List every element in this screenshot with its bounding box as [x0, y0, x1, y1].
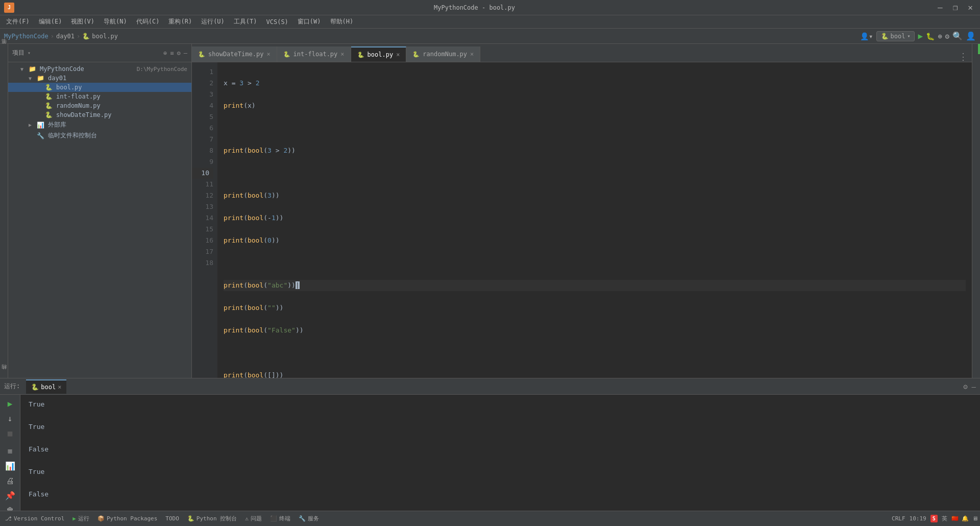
run-scroll-btn[interactable]: ≡	[6, 444, 15, 458]
run-tab-label: bool	[41, 384, 56, 391]
status-bar: ⎇ Version Control ▶ 运行 📦 Python Packages…	[0, 511, 980, 526]
file-tree: ▼ 📁 MyPythonCode D:\MyPythonCode ▼ 📁 day…	[8, 62, 191, 378]
coverage-button[interactable]: ⊕	[938, 32, 942, 40]
tree-item-random-num-py[interactable]: 🐍 randomNum.py	[8, 101, 191, 110]
tree-item-day01[interactable]: ▼ 📁 day01	[8, 74, 191, 83]
line-numbers: 12345 6789 10 1112131415 161718	[192, 62, 217, 378]
output-line-2: True	[29, 421, 972, 433]
sidebar-close-icon[interactable]: —	[184, 50, 187, 57]
run-tab-icon: 🐍	[31, 384, 39, 391]
py-icon-int-float: 🐍	[45, 93, 54, 100]
user-avatar[interactable]: 👤	[966, 31, 976, 41]
menu-vcs[interactable]: VCS(S)	[262, 17, 292, 27]
menu-help[interactable]: 帮助(H)	[326, 16, 358, 28]
run-panel: 运行: 🐍 bool × ⚙ — ▶ ↓ ■ ≡ 📊 🖨 📌 🗑 True Tr…	[0, 378, 980, 511]
account-icon[interactable]: 👤▾	[860, 32, 873, 40]
maximize-button[interactable]: ❐	[950, 2, 961, 13]
status-python-console[interactable]: 🐍 Python 控制台	[184, 515, 240, 522]
menu-edit[interactable]: 编辑(E)	[35, 16, 66, 28]
breadcrumb-file[interactable]: 🐍 bool.py	[82, 33, 118, 40]
status-lang[interactable]: 英	[942, 515, 947, 522]
menu-view[interactable]: 视图(V)	[67, 16, 99, 28]
tab-overflow-menu[interactable]: ⋮	[959, 51, 968, 62]
sidebar-dropdown-arrow[interactable]: ▾	[28, 50, 31, 56]
run-rerun-button[interactable]: ↓	[6, 412, 15, 425]
tab-int-float[interactable]: 🐍 int-float.py ×	[277, 46, 351, 62]
search-button[interactable]: 🔍	[952, 31, 963, 41]
status-run[interactable]: ▶ 运行	[69, 515, 92, 522]
packages-icon: 📦	[97, 515, 105, 522]
run-button[interactable]: ▶	[918, 31, 923, 41]
status-crlf[interactable]: CRLF	[892, 515, 905, 522]
status-terminal[interactable]: ⬛ 终端	[267, 515, 293, 522]
run-play-button[interactable]: ▶	[6, 397, 15, 411]
tree-item-show-date-time-py[interactable]: 🐍 showDateTime.py	[8, 110, 191, 119]
run-print-btn[interactable]: 🖨	[4, 474, 16, 488]
status-extra-icons: 🇨🇳 🔔 🖥	[951, 515, 978, 522]
tab-bool[interactable]: 🐍 bool.py ×	[351, 46, 407, 62]
tree-label-int-float-py: int-float.py	[56, 93, 187, 100]
run-panel-minimize-icon[interactable]: —	[972, 382, 976, 391]
tree-item-bool-py[interactable]: 🐍 bool.py	[8, 83, 191, 92]
output-line-5: False	[29, 489, 972, 500]
debug-button[interactable]: 🐛	[926, 32, 935, 40]
run-config-name: bool	[891, 33, 905, 40]
breadcrumb-day01[interactable]: day01	[56, 33, 75, 40]
menu-run[interactable]: 运行(U)	[197, 16, 229, 28]
breadcrumb-sep1: ›	[51, 33, 54, 40]
menu-file[interactable]: 文件(F)	[2, 16, 34, 28]
tab-close-show-date-time[interactable]: ×	[266, 51, 270, 58]
menu-window[interactable]: 窗口(W)	[293, 16, 325, 28]
tree-item-root[interactable]: ▼ 📁 MyPythonCode D:\MyPythonCode	[8, 64, 191, 74]
sidebar-collapse-icon[interactable]: ≡	[170, 50, 174, 57]
run-stop-button[interactable]: ■	[6, 426, 15, 440]
menu-nav[interactable]: 导航(N)	[100, 16, 131, 28]
tab-close-random-num[interactable]: ×	[470, 51, 474, 58]
tab-random-num[interactable]: 🐍 randomNum.py ×	[406, 46, 480, 62]
status-services[interactable]: 🔧 服务	[296, 515, 322, 522]
run-tab-bool[interactable]: 🐍 bool ×	[26, 379, 66, 394]
code-content[interactable]: x = 3 > 2 print(x) print(bool(3 > 2)) pr…	[217, 62, 972, 378]
status-python-packages[interactable]: 📦 Python Packages	[94, 515, 160, 522]
tab-icon-bool: 🐍	[357, 52, 364, 58]
run-delete-btn[interactable]: 🗑	[4, 504, 16, 511]
status-version-control[interactable]: ⎇ Version Control	[2, 515, 67, 522]
code-editor: 12345 6789 10 1112131415 161718 x = 3 > …	[192, 62, 972, 378]
tree-label-bool-py: bool.py	[56, 84, 187, 91]
tab-show-date-time[interactable]: 🐍 showDateTime.py ×	[192, 46, 277, 62]
tab-label-int-float: int-float.py	[293, 51, 338, 58]
tab-label-show-date-time: showDateTime.py	[208, 51, 263, 58]
sidebar-gear-icon[interactable]: ⚙	[177, 50, 181, 57]
console-output[interactable]: True True False True False True False Tr…	[20, 395, 980, 511]
title-bar-left: J	[4, 3, 14, 13]
run-panel-settings-icon[interactable]: ⚙	[963, 382, 967, 391]
breadcrumb-root[interactable]: MyPythonCode	[4, 33, 48, 40]
close-button[interactable]: ✕	[965, 2, 976, 13]
tree-item-external-lib[interactable]: ▶ 📊 外部库	[8, 119, 191, 130]
tab-close-int-float[interactable]: ×	[340, 51, 344, 58]
sidebar: 项目 ▾ ⊕ ≡ ⚙ — ▼ 📁 MyPythonCode D:\MyPytho…	[8, 44, 192, 378]
sidebar-locate-icon[interactable]: ⊕	[163, 50, 167, 57]
tab-icon-show-date-time: 🐍	[198, 51, 205, 58]
error-indicator-none	[978, 44, 980, 54]
status-todo-label: TODO	[165, 515, 179, 522]
status-vc-label: Version Control	[14, 515, 64, 522]
run-config-dropdown[interactable]: 🐍 bool ▾	[876, 31, 915, 41]
menu-code[interactable]: 代码(C)	[132, 16, 164, 28]
window-title: MyPythonCode - bool.py	[434, 4, 515, 11]
menu-refactor[interactable]: 重构(R)	[164, 16, 196, 28]
tree-item-temp-console[interactable]: 🔧 临时文件和控制台	[8, 130, 191, 141]
minimize-button[interactable]: —	[935, 2, 946, 13]
more-run-options[interactable]: ⚙	[945, 32, 949, 40]
status-todo[interactable]: TODO	[162, 515, 182, 522]
tab-close-bool[interactable]: ×	[396, 51, 400, 58]
run-panel-controls: ⚙ —	[963, 382, 976, 391]
run-tab-close[interactable]: ×	[58, 384, 61, 391]
tree-item-int-float-py[interactable]: 🐍 int-float.py	[8, 92, 191, 101]
title-bar-controls[interactable]: — ❐ ✕	[935, 2, 976, 13]
run-pin-btn[interactable]: 📌	[3, 489, 17, 503]
run-sort-btn[interactable]: 📊	[3, 459, 17, 473]
output-line-1: True	[29, 399, 972, 410]
status-problems[interactable]: ⚠ 问题	[242, 515, 265, 522]
menu-tools[interactable]: 工具(T)	[230, 16, 261, 28]
